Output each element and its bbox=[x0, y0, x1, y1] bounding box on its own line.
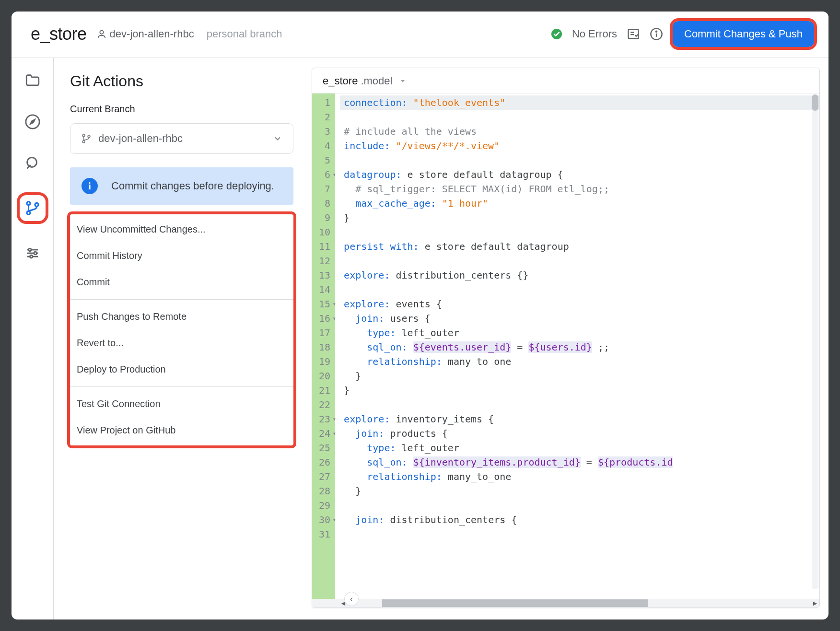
current-branch-label: Current Branch bbox=[70, 104, 293, 115]
search-icon[interactable] bbox=[23, 154, 42, 172]
dropdown-triangle-icon[interactable] bbox=[399, 77, 407, 85]
svg-point-11 bbox=[35, 203, 38, 206]
branch-name: dev-jon-allen-rhbc bbox=[110, 28, 194, 40]
tab-name-strong: e_store bbox=[323, 75, 358, 87]
separator bbox=[70, 386, 293, 387]
tab-name-suffix: .model bbox=[361, 75, 392, 87]
git-action-item[interactable]: Push Changes to Remote bbox=[70, 304, 293, 330]
git-rail-highlight bbox=[20, 195, 46, 221]
svg-point-8 bbox=[27, 158, 36, 167]
code-content[interactable]: connection: "thelook_events"# include al… bbox=[335, 93, 819, 599]
settings-icon[interactable] bbox=[23, 244, 42, 262]
svg-marker-21 bbox=[401, 80, 405, 82]
git-action-item[interactable]: View Uncommitted Changes... bbox=[70, 216, 293, 243]
git-actions-list: View Uncommitted Changes...Commit Histor… bbox=[70, 214, 293, 445]
folder-icon[interactable] bbox=[23, 71, 42, 90]
person-icon bbox=[96, 29, 107, 39]
git-action-item[interactable]: Revert to... bbox=[70, 330, 293, 356]
branch-type-label: personal branch bbox=[207, 28, 282, 40]
check-circle-icon bbox=[551, 28, 562, 40]
svg-point-16 bbox=[34, 252, 36, 255]
git-action-item[interactable]: View Project on GitHub bbox=[70, 417, 293, 444]
scroll-right-arrow[interactable]: ► bbox=[811, 599, 819, 607]
svg-point-15 bbox=[28, 248, 31, 251]
side-panel-wrap: Git Actions Current Branch dev-jon-allen… bbox=[54, 58, 307, 619]
editor-card: e_store.model 12345678910111213141516171… bbox=[312, 68, 820, 608]
svg-point-0 bbox=[100, 31, 103, 34]
list-check-icon[interactable] bbox=[627, 27, 640, 41]
scrollbar-h-thumb[interactable] bbox=[382, 599, 648, 607]
git-action-item[interactable]: Commit History bbox=[70, 243, 293, 269]
project-name: e_store bbox=[31, 24, 87, 44]
scrollbar-horizontal[interactable]: ◄ ► bbox=[312, 599, 819, 608]
svg-point-20 bbox=[88, 135, 90, 138]
info-banner: i Commit changes before deploying. bbox=[70, 167, 293, 205]
svg-point-18 bbox=[82, 134, 85, 137]
info-banner-text: Commit changes before deploying. bbox=[111, 178, 274, 194]
branch-select[interactable]: dev-jon-allen-rhbc bbox=[70, 123, 293, 154]
compass-icon[interactable] bbox=[23, 113, 42, 131]
svg-marker-7 bbox=[30, 120, 35, 124]
branch-indicator[interactable]: dev-jon-allen-rhbc bbox=[96, 28, 194, 40]
editor-tab[interactable]: e_store.model bbox=[312, 68, 819, 93]
info-icon[interactable] bbox=[650, 27, 663, 41]
info-badge-icon: i bbox=[82, 178, 98, 194]
git-action-item[interactable]: Test Git Connection bbox=[70, 391, 293, 417]
scrollbar-thumb[interactable] bbox=[812, 94, 818, 111]
git-actions-panel: Git Actions Current Branch dev-jon-allen… bbox=[54, 58, 307, 460]
panel-title: Git Actions bbox=[70, 72, 293, 90]
svg-point-10 bbox=[26, 211, 30, 214]
line-gutter: 1234567891011121314151617181920212223242… bbox=[312, 93, 335, 599]
svg-point-5 bbox=[656, 31, 657, 32]
svg-point-19 bbox=[82, 140, 85, 143]
separator bbox=[70, 299, 293, 300]
status-text: No Errors bbox=[572, 28, 617, 40]
icon-rail bbox=[12, 58, 54, 619]
git-action-item[interactable]: Commit bbox=[70, 269, 293, 295]
body: Git Actions Current Branch dev-jon-allen… bbox=[12, 58, 828, 619]
app-window: e_store dev-jon-allen-rhbc personal bran… bbox=[12, 12, 828, 619]
branch-select-value: dev-jon-allen-rhbc bbox=[98, 132, 183, 145]
commit-push-button[interactable]: Commit Changes & Push bbox=[673, 21, 814, 47]
chevron-down-icon bbox=[273, 134, 282, 143]
git-branch-small-icon bbox=[81, 133, 92, 144]
svg-point-9 bbox=[26, 202, 30, 205]
editor-area: e_store.model 12345678910111213141516171… bbox=[307, 58, 828, 619]
svg-point-17 bbox=[30, 255, 33, 258]
git-branch-icon[interactable] bbox=[23, 199, 42, 217]
header: e_store dev-jon-allen-rhbc personal bran… bbox=[12, 12, 828, 58]
editor-body[interactable]: 1234567891011121314151617181920212223242… bbox=[312, 93, 819, 599]
git-action-item[interactable]: Deploy to Production bbox=[70, 356, 293, 383]
scrollbar-vertical[interactable] bbox=[812, 94, 818, 589]
